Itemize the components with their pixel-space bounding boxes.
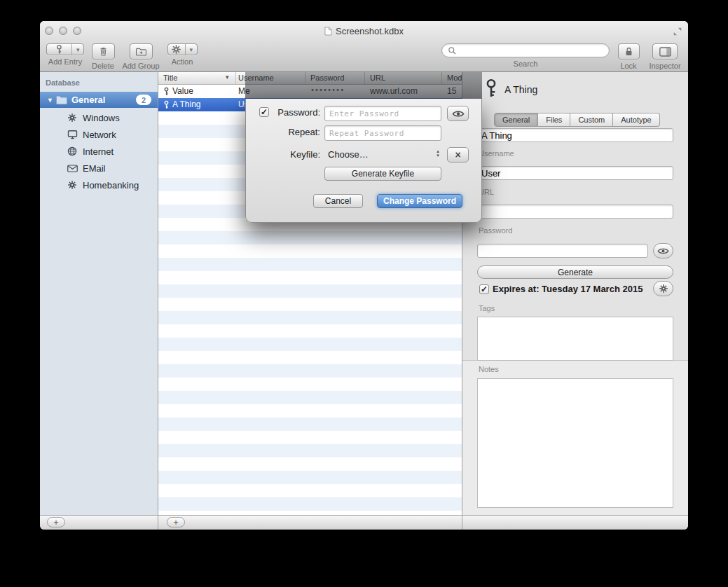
chevron-down-icon[interactable]: ▾ [185, 44, 197, 55]
url-field[interactable] [477, 205, 673, 219]
lock-button[interactable] [618, 43, 640, 60]
search-field[interactable] [441, 43, 610, 57]
tags-label: Tags [479, 304, 495, 312]
sheet-shadow [245, 72, 482, 99]
add-entry-button[interactable]: ▾ [46, 43, 84, 55]
action-button[interactable]: ▾ [167, 43, 198, 55]
entry-count-badge: 2 [136, 95, 151, 105]
username-field[interactable] [477, 166, 673, 180]
dialog-repeat-label: Repeat: [266, 127, 320, 137]
cancel-button[interactable]: Cancel [313, 194, 363, 208]
titlebar[interactable]: Screenshot.kdbx [40, 25, 688, 36]
pane-divider[interactable] [158, 72, 158, 530]
toolbar-inspector: Inspector [647, 43, 683, 70]
sidebar-item-homebanking[interactable]: Homebanking [40, 177, 158, 193]
key-icon [481, 78, 502, 99]
dialog-password-input[interactable] [324, 106, 441, 121]
generate-keyfile-button[interactable]: Generate Keyfile [324, 167, 441, 181]
sidebar-item-email[interactable]: EMail [40, 160, 158, 177]
fullscreen-icon[interactable] [673, 27, 682, 36]
sidebar: Database ▼ General 2 Windows Network [40, 72, 158, 515]
key-icon [162, 87, 171, 96]
expires-settings-button[interactable] [653, 281, 673, 296]
toolbar-lock: Lock [616, 43, 641, 70]
inspector-entry-title: A Thing [504, 84, 537, 95]
toolbar-delete: Delete [89, 43, 117, 70]
tags-field[interactable] [477, 317, 673, 361]
app-window: Screenshot.kdbx ▾ Add Entry Delete [40, 21, 688, 530]
inspector-panel: A Thing General Files Custom Autotype Us… [462, 72, 688, 515]
sidebar-item-label: Network [83, 130, 116, 140]
gear-icon [659, 284, 668, 294]
notes-label: Notes [479, 365, 499, 373]
expires-row: ✓ Expires at: Tuesday 17 March 2015 [479, 284, 643, 294]
sidebar-item-internet[interactable]: Internet [40, 143, 158, 160]
envelope-icon [67, 163, 78, 174]
search-icon [448, 46, 457, 55]
gear-icon [67, 179, 78, 191]
window-chrome: Screenshot.kdbx ▾ Add Entry Delete [40, 21, 688, 72]
sidebar-item-label: Homebanking [83, 180, 139, 191]
username-label: Username [479, 149, 514, 158]
expires-checkbox[interactable]: ✓ [479, 284, 489, 294]
key-icon [162, 100, 171, 109]
gear-icon [67, 112, 78, 123]
password-field[interactable] [477, 244, 648, 258]
change-password-button[interactable]: Change Password [377, 194, 462, 208]
reveal-password-button[interactable] [447, 106, 469, 121]
dialog-keyfile-label: Keyfile: [266, 149, 320, 160]
chevron-down-icon[interactable]: ▾ [71, 44, 83, 55]
title-field[interactable] [477, 128, 673, 142]
list-add-entry-button[interactable]: + [167, 517, 185, 527]
bottom-bar: + + [40, 515, 688, 530]
inspector-tabs: General Files Custom Autotype [494, 113, 660, 127]
popup-stepper-icon[interactable]: ▴ ▾ [434, 147, 442, 160]
folder-plus-icon [135, 47, 147, 57]
lock-icon [624, 46, 633, 57]
lock-label: Lock [620, 62, 636, 70]
eye-icon [452, 110, 465, 118]
gear-icon [168, 44, 185, 55]
window-title: Screenshot.kdbx [336, 26, 404, 36]
delete-button[interactable] [92, 43, 115, 60]
clear-keyfile-button[interactable]: × [447, 147, 469, 163]
sidebar-item-windows[interactable]: Windows [40, 109, 158, 126]
trash-icon [98, 46, 109, 57]
reveal-password-button[interactable] [653, 243, 673, 258]
notes-field[interactable] [477, 378, 673, 508]
dialog-repeat-input[interactable] [324, 125, 441, 141]
close-icon: × [455, 149, 460, 160]
add-entry-label: Add Entry [48, 57, 82, 66]
sidebar-add-group-button[interactable]: + [47, 517, 65, 527]
globe-icon [67, 146, 78, 157]
sort-indicator-icon[interactable]: ▾ [226, 74, 229, 81]
toolbar-search: Search [441, 43, 610, 68]
tab-autotype[interactable]: Autotype [613, 113, 659, 127]
inspector-label: Inspector [649, 62, 680, 70]
entry-title: Value [172, 86, 193, 96]
sidebar-section-header: Database [46, 78, 80, 87]
search-label: Search [514, 60, 538, 68]
sidebar-item-network[interactable]: Network [40, 126, 158, 143]
tab-custom[interactable]: Custom [570, 113, 613, 127]
stepper-down-icon: ▾ [437, 153, 439, 158]
inspector-panel-icon-button[interactable] [652, 43, 678, 60]
toolbar-add-group: Add Group [119, 43, 163, 70]
sidebar-item-label: EMail [83, 163, 106, 174]
column-divider[interactable] [235, 72, 236, 84]
group-label: General [71, 95, 105, 105]
toolbar-add-entry: ▾ Add Entry [46, 43, 85, 66]
tab-general[interactable]: General [494, 113, 538, 127]
generate-password-button[interactable]: Generate [477, 265, 673, 279]
tab-files[interactable]: Files [538, 113, 570, 127]
add-group-button[interactable] [130, 43, 153, 60]
sidebar-group-general[interactable]: ▼ General 2 [40, 92, 158, 108]
disclosure-triangle-icon[interactable]: ▼ [47, 97, 55, 104]
keyfile-popup[interactable]: Choose… [328, 149, 369, 160]
document-icon [324, 27, 332, 36]
password-label: Password [479, 226, 512, 235]
sidebar-item-label: Windows [83, 113, 120, 123]
eye-icon [657, 247, 669, 255]
search-input[interactable] [460, 46, 603, 55]
column-header-title[interactable]: Title [163, 74, 177, 82]
